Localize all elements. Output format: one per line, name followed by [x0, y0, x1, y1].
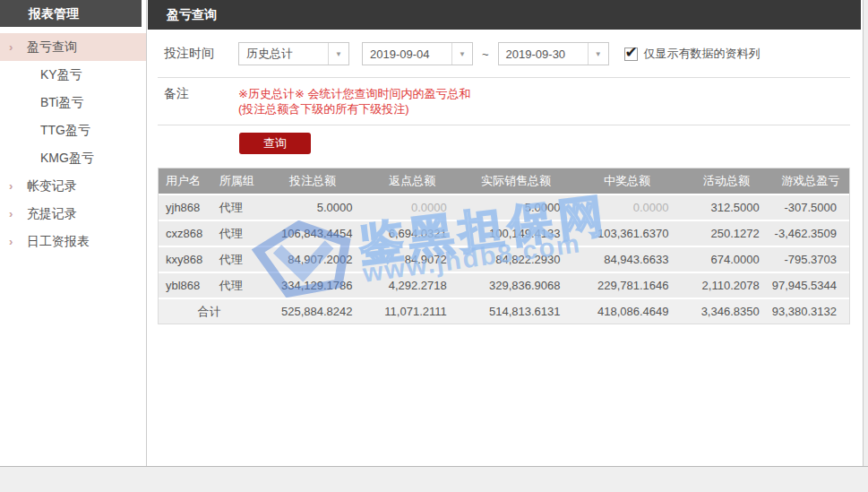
cell-prize-total: 0.0000: [573, 195, 682, 220]
sidebar-item-bti-profit[interactable]: BTi盈亏: [0, 89, 146, 117]
chevron-right-icon: ›: [9, 178, 13, 192]
column-header-actual-sales-total: 实际销售总额: [460, 168, 573, 194]
query-button[interactable]: 查询: [239, 133, 311, 154]
app-window: 报表管理 › 盈亏查询 KY盈亏 BTi盈亏 TTG盈亏 KMG盈亏 › 帐变记…: [0, 0, 864, 466]
cell-username: ybl868: [159, 273, 211, 298]
check-icon: ✔: [625, 43, 638, 62]
note-text: ※历史总计※ 会统计您查询时间内的盈亏总和 (投注总额含下级的所有下级投注): [238, 86, 470, 117]
sidebar: 报表管理 › 盈亏查询 KY盈亏 BTi盈亏 TTG盈亏 KMG盈亏 › 帐变记…: [0, 0, 147, 466]
sidebar-item-label: KY盈亏: [40, 67, 82, 83]
bet-time-label: 投注时间: [164, 46, 238, 62]
cell-actual-sales-total: 5.0000: [460, 195, 573, 220]
sidebar-item-label: KMG盈亏: [40, 151, 94, 167]
cell-activity-total: 2,110.2078: [681, 273, 771, 298]
cell-rebate-total: 4,292.2718: [365, 273, 460, 298]
cell-prize-total: 229,781.1646: [573, 273, 682, 298]
cell-game-profit-total: -307.5000: [772, 195, 849, 220]
sidebar-item-profit-query[interactable]: › 盈亏查询: [0, 33, 146, 61]
column-header-group: 所属组: [211, 168, 261, 194]
button-row: 查询: [147, 125, 863, 164]
table-header-row: 用户名 所属组 投注总额 返点总额 实际销售总额 中奖总额 活动总额 游戏总盈亏: [159, 168, 849, 194]
cell-rebate-total: 84.9072: [365, 247, 460, 272]
cell-rebate-total: 6,694.0321: [365, 221, 460, 246]
cell-bet-total: 106,843.4454: [260, 221, 365, 246]
total-actual-sales: 514,813.6131: [460, 299, 573, 324]
sidebar-item-label: 日工资报表: [27, 234, 90, 250]
sidebar-item-label: 帐变记录: [27, 178, 77, 194]
sidebar-title: 报表管理: [0, 0, 142, 27]
cell-username: cxz868: [159, 221, 211, 246]
cell-actual-sales-total: 329,836.9068: [460, 273, 573, 298]
cell-prize-total: 103,361.6370: [573, 221, 682, 246]
column-header-activity-total: 活动总额: [681, 168, 771, 194]
footer-strip: [0, 466, 868, 492]
sidebar-nav: › 盈亏查询 KY盈亏 BTi盈亏 TTG盈亏 KMG盈亏 › 帐变记录 › 充…: [0, 27, 146, 255]
note-line-2: (投注总额含下级的所有下级投注): [238, 101, 470, 117]
sidebar-item-kmg-profit[interactable]: KMG盈亏: [0, 144, 146, 172]
table-row: cxz868 代理 106,843.4454 6,694.0321 100,14…: [159, 221, 849, 246]
chevron-right-icon: ›: [9, 234, 13, 247]
cell-activity-total: 674.0000: [681, 247, 771, 272]
dropdown-arrow-icon: ▼: [588, 43, 608, 65]
table-row: ybl868 代理 334,129.1786 4,292.2718 329,83…: [159, 273, 849, 298]
cell-game-profit-total: -3,462.3509: [772, 221, 849, 246]
total-prize: 418,086.4649: [573, 299, 682, 324]
sidebar-item-account-changes[interactable]: › 帐变记录: [0, 172, 146, 200]
total-rebate: 11,071.2111: [365, 299, 460, 324]
cell-bet-total: 5.0000: [260, 195, 365, 220]
cell-prize-total: 84,943.6633: [573, 247, 682, 272]
sidebar-item-deposit-withdraw[interactable]: › 充提记录: [0, 200, 146, 228]
total-activity: 3,346.8350: [681, 299, 771, 324]
chevron-right-icon: ›: [9, 39, 13, 53]
cell-game-profit-total: 97,945.5344: [772, 273, 849, 298]
table-row: kxy868 代理 84,907.2002 84.9072 84,822.293…: [159, 247, 849, 272]
only-data-checkbox-label: 仅显示有数据的资料列: [644, 46, 761, 62]
cell-username: kxy868: [159, 247, 211, 272]
cell-activity-total: 250.1272: [681, 221, 771, 246]
sidebar-item-ky-profit[interactable]: KY盈亏: [0, 61, 146, 89]
sidebar-item-label: 充提记录: [27, 206, 77, 222]
table-row: yjh868 代理 5.0000 0.0000 5.0000 0.0000 31…: [159, 195, 849, 220]
profit-loss-table: 用户名 所属组 投注总额 返点总额 实际销售总额 中奖总额 活动总额 游戏总盈亏…: [158, 168, 850, 324]
chevron-right-icon: ›: [9, 206, 13, 220]
total-label: 合计: [159, 299, 260, 324]
cell-group: 代理: [211, 195, 261, 220]
note-row: 备注 ※历史总计※ 会统计您查询时间内的盈亏总和 (投注总额含下级的所有下级投注…: [147, 78, 863, 125]
cell-rebate-total: 0.0000: [365, 195, 460, 220]
page-title: 盈亏查询: [148, 0, 861, 30]
date-to-value: 2019-09-30: [499, 43, 588, 65]
sidebar-item-label: TTG盈亏: [40, 123, 90, 139]
range-type-value: 历史总计: [239, 43, 328, 65]
date-range-separator: ~: [482, 47, 489, 61]
sidebar-item-label: 盈亏查询: [27, 39, 77, 56]
cell-game-profit-total: -795.3703: [772, 247, 849, 272]
main-content: 盈亏查询 投注时间 历史总计 ▼ 2019-09-04 ▼ ~ 2019-09-…: [147, 0, 863, 466]
range-type-select[interactable]: 历史总计 ▼: [238, 42, 349, 65]
cell-bet-total: 84,907.2002: [260, 247, 365, 272]
only-data-checkbox[interactable]: ✔: [624, 47, 638, 61]
column-header-game-profit-total: 游戏总盈亏: [772, 168, 849, 194]
cell-bet-total: 334,129.1786: [260, 273, 365, 298]
table-total-row: 合计 525,884.8242 11,071.2111 514,813.6131…: [159, 299, 849, 324]
cell-group: 代理: [211, 247, 261, 272]
cell-group: 代理: [211, 273, 261, 298]
cell-actual-sales-total: 84,822.2930: [460, 247, 573, 272]
cell-username: yjh868: [159, 195, 211, 220]
sidebar-item-daily-wage-report[interactable]: › 日工资报表: [0, 228, 146, 255]
sidebar-item-ttg-profit[interactable]: TTG盈亏: [0, 117, 146, 144]
dropdown-arrow-icon: ▼: [328, 43, 348, 65]
total-bet: 525,884.8242: [260, 299, 365, 324]
cell-group: 代理: [211, 221, 261, 246]
dropdown-arrow-icon: ▼: [451, 43, 472, 65]
cell-actual-sales-total: 100,149.4133: [460, 221, 573, 246]
date-from-value: 2019-09-04: [363, 43, 451, 65]
note-line-1: ※历史总计※ 会统计您查询时间内的盈亏总和: [238, 86, 470, 101]
date-to-select[interactable]: 2019-09-30 ▼: [498, 42, 609, 65]
note-label: 备注: [164, 86, 238, 102]
column-header-username: 用户名: [159, 168, 211, 194]
date-from-select[interactable]: 2019-09-04 ▼: [362, 42, 473, 65]
column-header-rebate-total: 返点总额: [365, 168, 460, 194]
total-game-profit: 93,380.3132: [772, 299, 849, 324]
column-header-bet-total: 投注总额: [260, 168, 365, 194]
column-header-prize-total: 中奖总额: [573, 168, 682, 194]
